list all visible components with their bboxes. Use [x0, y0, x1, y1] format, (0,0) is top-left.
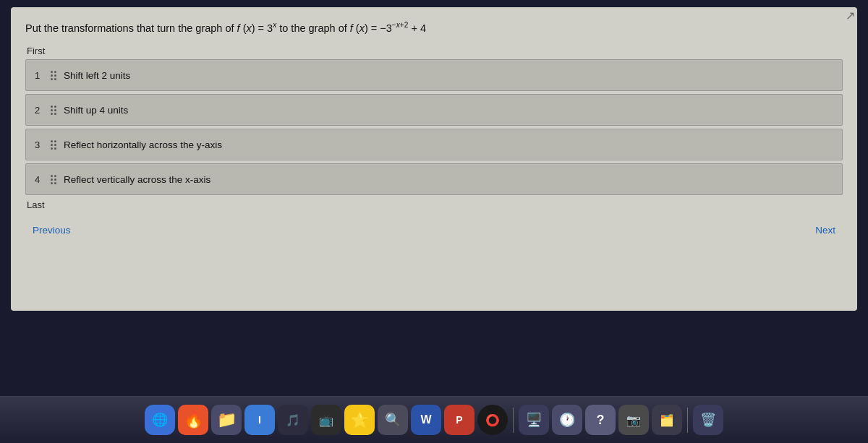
dock-icon-app2[interactable]: 📁	[211, 405, 242, 435]
mac-dock: 🌐 🔥 📁 I 🎵 📺 ⭐ 🔍 W P ⭕ 🖥️ 🕐 ? 📷 🗂️ 🗑️	[0, 396, 868, 443]
question-text: Put the transformations that turn the gr…	[25, 20, 843, 35]
dock-icon-app4[interactable]: 🎵	[278, 405, 308, 435]
row-text-2: Shift up 4 units	[64, 105, 128, 116]
table-row[interactable]: 1 Shift left 2 units	[25, 59, 843, 91]
first-label: First	[25, 46, 843, 56]
dock-separator-2	[687, 408, 688, 433]
row-text-3: Reflect horizontally across the y-axis	[64, 139, 222, 150]
dock-icon-camera[interactable]: 📷	[618, 405, 649, 435]
dock-icon-clock[interactable]: 🕐	[552, 405, 582, 435]
dock-icon-photo2[interactable]: 🗂️	[652, 405, 682, 435]
row-text-4: Reflect vertically across the x-axis	[64, 174, 210, 185]
drag-handle-4[interactable]	[51, 175, 56, 184]
dock-icon-trash[interactable]: 🗑️	[693, 405, 723, 435]
last-label: Last	[25, 199, 843, 210]
dock-icon-star[interactable]: ⭐	[344, 405, 375, 435]
row-number-2: 2	[35, 105, 51, 116]
dock-separator	[513, 408, 514, 433]
nav-area: Previous Next	[25, 222, 843, 238]
table-row[interactable]: 4 Reflect vertically across the x-axis	[25, 163, 843, 195]
resize-icon: ↗	[846, 9, 855, 22]
dock-icon-app3[interactable]: I	[244, 405, 275, 435]
row-number-3: 3	[35, 139, 51, 150]
dock-icon-circle[interactable]: ⭕	[477, 405, 508, 435]
dock-icon-finder[interactable]: 🌐	[145, 405, 175, 435]
table-row[interactable]: 2 Shift up 4 units	[25, 94, 843, 126]
dock-icon-w[interactable]: W	[411, 405, 441, 435]
dock-icon-app5[interactable]: 📺	[311, 405, 341, 435]
row-number-1: 1	[35, 70, 51, 81]
next-button[interactable]: Next	[809, 222, 841, 238]
table-row[interactable]: 3 Reflect horizontally across the y-axis	[25, 129, 843, 160]
dock-icon-question[interactable]: ?	[585, 405, 616, 435]
dock-icon-app1[interactable]: 🔥	[178, 405, 208, 435]
main-content: Put the transformations that turn the gr…	[11, 7, 857, 311]
dock-icon-p[interactable]: P	[444, 405, 475, 435]
row-text-1: Shift left 2 units	[64, 70, 130, 81]
row-number-4: 4	[35, 174, 51, 185]
dock-icon-monitor[interactable]: 🖥️	[519, 405, 549, 435]
drag-handle-2[interactable]	[51, 106, 56, 115]
dock-icon-search[interactable]: 🔍	[378, 405, 408, 435]
drag-handle-3[interactable]	[51, 140, 56, 150]
previous-button[interactable]: Previous	[27, 222, 77, 238]
drag-handle-1[interactable]	[51, 71, 56, 80]
